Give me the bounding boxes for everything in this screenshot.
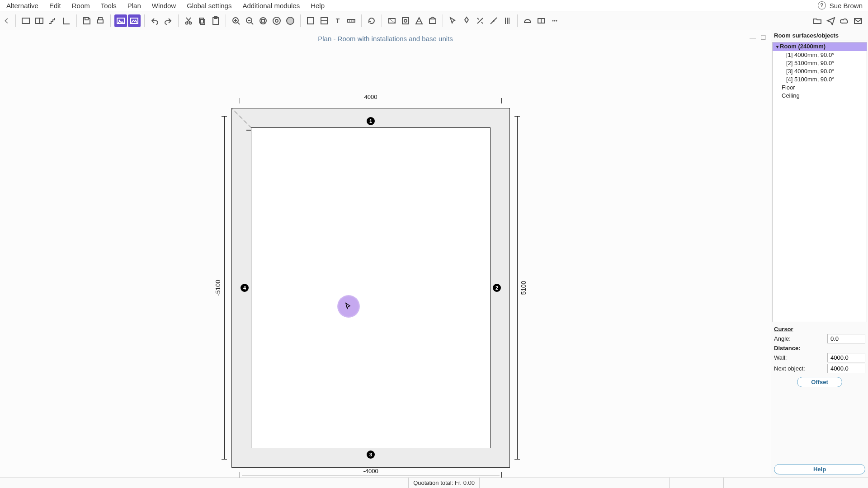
canvas-minimize-icon[interactable]: —: [750, 34, 756, 41]
menu-help[interactable]: Help: [305, 0, 330, 11]
obj-a-icon[interactable]: [386, 14, 398, 27]
tree-row-room[interactable]: ▾Room (2400mm): [773, 42, 867, 51]
angle-label: Angle:: [774, 335, 827, 342]
status-quotation: Quotation total: Fr. 0.00: [408, 478, 479, 488]
svg-line-15: [238, 23, 240, 24]
zoom-out-icon[interactable]: [243, 14, 256, 27]
room-plan: 4000 -4000 -5100 5100: [222, 98, 520, 478]
tree-row-wall-2[interactable]: [2] 5100mm, 90.0°: [773, 59, 867, 67]
paste-icon[interactable]: [209, 14, 222, 27]
menu-plan[interactable]: Plan: [122, 0, 146, 11]
help-button[interactable]: Help: [774, 464, 865, 474]
obj-d-icon[interactable]: [426, 14, 439, 27]
text-tool-icon[interactable]: T: [331, 14, 344, 27]
panel-header: Room surfaces/objects: [771, 30, 868, 41]
tool-room-rect-icon[interactable]: [19, 14, 32, 27]
obj-c-icon[interactable]: [413, 14, 425, 27]
menu-alternative[interactable]: Alternative: [1, 0, 44, 11]
tree-row-wall-1[interactable]: [1] 4000mm, 90.0°: [773, 51, 867, 59]
misc-c-icon[interactable]: [548, 14, 561, 27]
rotate-icon[interactable]: [365, 14, 378, 27]
canvas-title: Plan - Room with installations and base …: [318, 35, 453, 42]
zoom-full-icon[interactable]: [284, 14, 297, 27]
user-icon: ?: [818, 1, 826, 9]
tree-row-wall-3[interactable]: [3] 4000mm, 90.0°: [773, 67, 867, 75]
tool-room-split-icon[interactable]: [33, 14, 46, 27]
snap-c-icon[interactable]: [487, 14, 500, 27]
obj-b-icon[interactable]: [399, 14, 412, 27]
menu-additional-modules[interactable]: Additional modules: [237, 0, 305, 11]
svg-point-50: [556, 20, 557, 21]
toolbar: T: [0, 11, 868, 30]
tool-room-stairs-icon[interactable]: [47, 14, 59, 27]
right-panel: Room surfaces/objects ▾Room (2400mm) [1]…: [771, 30, 868, 477]
svg-point-21: [260, 18, 266, 24]
right-tool-folder-icon[interactable]: [811, 14, 824, 27]
svg-rect-27: [307, 18, 314, 24]
snap-a-icon[interactable]: [460, 14, 473, 27]
status-empty-b: [669, 478, 723, 488]
zoom-in-icon[interactable]: [230, 14, 242, 27]
wall-badge-4[interactable]: 4: [241, 284, 249, 292]
layer-b-icon[interactable]: [318, 14, 330, 27]
redo-icon[interactable]: [162, 14, 175, 27]
status-empty-a: [479, 478, 669, 488]
save-icon[interactable]: [80, 14, 93, 27]
canvas-area[interactable]: Plan - Room with installations and base …: [0, 30, 771, 477]
copy-icon[interactable]: [196, 14, 208, 27]
svg-rect-4: [99, 18, 102, 20]
back-button[interactable]: [2, 14, 12, 27]
next-object-label: Next object:: [774, 365, 827, 372]
print-icon[interactable]: [94, 14, 107, 27]
zoom-fit-icon[interactable]: [270, 14, 283, 27]
angle-input[interactable]: [827, 334, 865, 343]
svg-rect-3: [98, 20, 103, 23]
user-indicator[interactable]: ? Sue Brown: [818, 1, 865, 9]
misc-b-icon[interactable]: [535, 14, 547, 27]
measure-icon[interactable]: [345, 14, 358, 27]
misc-a-icon[interactable]: [521, 14, 534, 27]
view-image-a-icon[interactable]: [114, 14, 127, 27]
snap-b-icon[interactable]: [474, 14, 486, 27]
view-image-b-icon[interactable]: [128, 14, 141, 27]
right-tool-cloud-icon[interactable]: [838, 14, 851, 27]
cut-icon[interactable]: [182, 14, 195, 27]
menu-edit[interactable]: Edit: [44, 0, 66, 11]
svg-rect-22: [262, 19, 264, 22]
wall-input[interactable]: [827, 353, 865, 362]
object-tree[interactable]: ▾Room (2400mm) [1] 4000mm, 90.0° [2] 510…: [772, 42, 867, 322]
svg-point-42: [493, 20, 495, 22]
wall-badge-3[interactable]: 3: [367, 450, 375, 459]
canvas-maximize-icon[interactable]: ☐: [760, 34, 766, 41]
wall-badge-1[interactable]: 1: [367, 117, 375, 125]
next-object-input[interactable]: [827, 364, 865, 373]
undo-icon[interactable]: [148, 14, 161, 27]
cursor-section-label: Cursor: [774, 326, 865, 333]
svg-rect-10: [199, 18, 203, 23]
select-arrow-icon[interactable]: [447, 14, 459, 27]
right-tool-send-icon[interactable]: [825, 14, 837, 27]
wall-badge-2[interactable]: 2: [493, 284, 501, 292]
menu-room[interactable]: Room: [66, 0, 95, 11]
tree-row-ceiling[interactable]: Ceiling: [773, 92, 867, 100]
room-inner-wall[interactable]: [251, 127, 491, 448]
dimension-top: 4000: [240, 98, 502, 103]
tree-row-floor[interactable]: Floor: [773, 84, 867, 92]
layer-a-icon[interactable]: [304, 14, 317, 27]
menu-global-settings[interactable]: Global settings: [181, 0, 237, 11]
offset-button[interactable]: Offset: [797, 377, 842, 387]
tool-room-l-icon[interactable]: [60, 14, 73, 27]
tree-row-wall-4[interactable]: [4] 5100mm, 90.0°: [773, 75, 867, 84]
room-outer-wall[interactable]: 1 2 3 4: [231, 108, 510, 468]
menu-window[interactable]: Window: [146, 0, 181, 11]
svg-text:T: T: [336, 17, 340, 24]
svg-point-48: [552, 20, 554, 21]
zoom-area-icon[interactable]: [257, 14, 269, 27]
svg-point-49: [554, 20, 556, 21]
distance-section-label: Distance:: [774, 345, 865, 352]
menu-tools[interactable]: Tools: [95, 0, 122, 11]
svg-rect-0: [22, 18, 29, 23]
right-tool-mail-icon[interactable]: [852, 14, 864, 27]
snap-d-icon[interactable]: [501, 14, 514, 27]
svg-line-19: [251, 23, 253, 24]
